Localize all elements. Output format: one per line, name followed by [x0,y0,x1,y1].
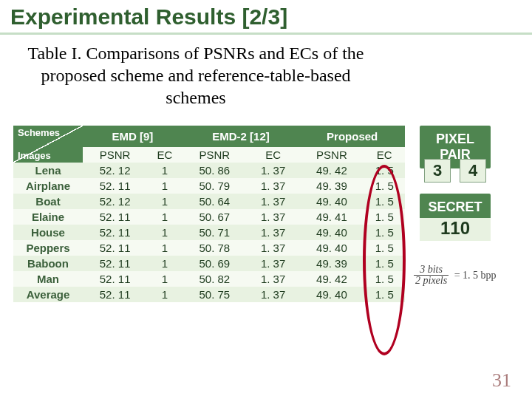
cell-emd2-ec: 1. 37 [247,225,299,240]
row-image-name: House [13,225,83,240]
cell-emd2-psnr: 50. 79 [183,178,247,194]
hdr-emd2: EMD-2 [12] [183,126,300,147]
cell-emd2-psnr: 50. 78 [183,240,247,256]
pixel-pair-left: 3 [424,159,451,183]
diag-schemes: Schemes [18,127,60,138]
table-row: Peppers52. 11150. 781. 3749. 401. 5 [13,240,405,256]
table-wrap: Schemes Images EMD [9] EMD-2 [12] Propos… [13,126,405,302]
label-secret: SECRET [420,194,491,221]
table-row: House52. 11150. 711. 3749. 401. 5 [13,225,405,240]
cell-emd-psnr: 52. 11 [83,178,147,194]
cell-emd2-psnr: 50. 71 [183,225,247,240]
cell-prop-psnr: 49. 41 [299,209,364,225]
cell-emd2-psnr: 50. 64 [183,194,247,209]
cell-emd2-psnr: 50. 86 [183,163,247,178]
cell-prop-psnr: 49. 39 [299,256,364,271]
cell-emd-ec: 1 [147,209,182,225]
sub-psnr: PSNR [299,147,364,163]
content-area: Schemes Images EMD [9] EMD-2 [12] Propos… [13,126,405,302]
row-image-name: Baboon [13,256,83,271]
cell-emd-psnr: 52. 11 [83,225,147,240]
cell-prop-psnr: 49. 39 [299,178,364,194]
cell-emd-ec: 1 [147,178,182,194]
cell-emd-ec: 1 [147,194,182,209]
row-image-name: Peppers [13,240,83,256]
cell-prop-psnr: 49. 40 [299,240,364,256]
cell-prop-ec: 1. 5 [364,209,405,225]
table-row: Baboon52. 11150. 691. 3749. 391. 5 [13,256,405,271]
secret-value: 110 [420,218,491,241]
bpp-rhs: = 1. 5 bpp [451,270,497,281]
bpp-fraction: 3 bits 2 pixels [414,265,449,286]
diag-images: Images [18,150,51,161]
table-body: Lena52. 12150. 861. 3749. 421. 5Airplane… [13,163,405,302]
cell-emd-ec: 1 [147,271,182,287]
cell-emd2-ec: 1. 37 [247,209,299,225]
cell-prop-ec: 1. 5 [364,240,405,256]
cell-emd2-ec: 1. 37 [247,256,299,271]
sub-ec: EC [364,147,405,163]
page-number: 31 [492,369,511,392]
table-row: Average52. 11150. 751. 3749. 401. 5 [13,287,405,302]
cell-emd-ec: 1 [147,225,182,240]
bpp-equation: 3 bits 2 pixels = 1. 5 bpp [414,265,497,286]
row-image-name: Man [13,271,83,287]
cell-emd2-ec: 1. 37 [247,240,299,256]
cell-emd-psnr: 52. 11 [83,240,147,256]
cell-prop-psnr: 49. 42 [299,163,364,178]
cell-prop-psnr: 49. 42 [299,271,364,287]
pixel-pair-values: 3 4 [420,159,491,183]
cell-emd2-psnr: 50. 75 [183,287,247,302]
table-row: Elaine52. 11150. 671. 3749. 411. 5 [13,209,405,225]
cell-prop-ec: 1. 5 [364,194,405,209]
table-row: Lena52. 12150. 861. 3749. 421. 5 [13,163,405,178]
cell-emd2-ec: 1. 37 [247,271,299,287]
cell-emd-psnr: 52. 11 [83,271,147,287]
cell-emd-psnr: 52. 11 [83,287,147,302]
slide-title: Experimental Results [2/3] [0,0,532,35]
cell-emd2-ec: 1. 37 [247,287,299,302]
cell-prop-ec: 1. 5 [364,256,405,271]
cell-emd-psnr: 52. 11 [83,256,147,271]
cell-emd2-psnr: 50. 67 [183,209,247,225]
pixel-pair-right: 4 [460,159,486,183]
table-row: Man52. 11150. 821. 3749. 421. 5 [13,271,405,287]
sub-ec: EC [247,147,299,163]
cell-emd2-psnr: 50. 82 [183,271,247,287]
sub-ec: EC [147,147,182,163]
cell-emd-ec: 1 [147,256,182,271]
row-image-name: Lena [13,163,83,178]
diagonal-header: Schemes Images [13,126,83,163]
row-image-name: Elaine [13,209,83,225]
table-caption: Table I. Comparisons of PSNRs and ECs of… [22,42,369,109]
cell-prop-ec: 1. 5 [364,163,405,178]
cell-prop-psnr: 49. 40 [299,225,364,240]
cell-prop-ec: 1. 5 [364,178,405,194]
cell-emd-psnr: 52. 11 [83,209,147,225]
hdr-emd: EMD [9] [83,126,183,147]
row-image-name: Airplane [13,178,83,194]
cell-emd2-ec: 1. 37 [247,194,299,209]
cell-emd2-ec: 1. 37 [247,163,299,178]
cell-emd2-ec: 1. 37 [247,178,299,194]
cell-prop-ec: 1. 5 [364,271,405,287]
bpp-numerator: 3 bits [414,265,449,276]
cell-emd2-psnr: 50. 69 [183,256,247,271]
table-header-row: Schemes Images EMD [9] EMD-2 [12] Propos… [13,126,405,147]
cell-prop-psnr: 49. 40 [299,287,364,302]
row-image-name: Average [13,287,83,302]
cell-emd-psnr: 52. 12 [83,194,147,209]
cell-emd-ec: 1 [147,163,182,178]
results-table: Schemes Images EMD [9] EMD-2 [12] Propos… [13,126,405,302]
cell-prop-ec: 1. 5 [364,287,405,302]
cell-prop-ec: 1. 5 [364,225,405,240]
cell-emd-psnr: 52. 12 [83,163,147,178]
row-image-name: Boat [13,194,83,209]
table-row: Boat52. 12150. 641. 3749. 401. 5 [13,194,405,209]
cell-emd-ec: 1 [147,240,182,256]
sub-psnr: PSNR [183,147,247,163]
bpp-denominator: 2 pixels [414,276,449,286]
hdr-proposed: Proposed [299,126,405,147]
cell-prop-psnr: 49. 40 [299,194,364,209]
sub-psnr: PSNR [83,147,147,163]
